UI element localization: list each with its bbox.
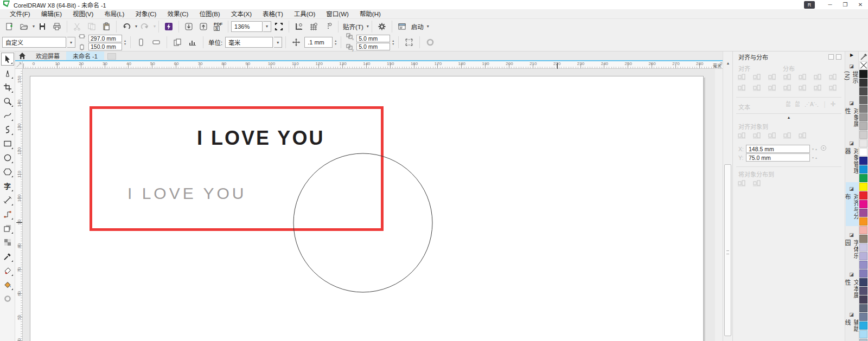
color-swatch[interactable] bbox=[859, 287, 867, 295]
show-grid-button[interactable] bbox=[307, 20, 321, 33]
distribute-to-1-icon[interactable] bbox=[736, 178, 747, 188]
color-swatch[interactable] bbox=[859, 339, 867, 341]
launch-caret[interactable]: ▾ bbox=[427, 24, 429, 29]
rectangle-tool[interactable] bbox=[1, 137, 14, 150]
distribute-4-icon[interactable] bbox=[827, 72, 838, 81]
menu-窗口W[interactable]: 窗口(W) bbox=[321, 9, 354, 19]
color-swatch[interactable] bbox=[859, 304, 867, 312]
undo-button[interactable] bbox=[119, 20, 133, 33]
color-swatch[interactable] bbox=[859, 243, 867, 252]
pick-tool[interactable] bbox=[1, 53, 14, 66]
circle-shape[interactable] bbox=[292, 152, 433, 293]
menu-文件F[interactable]: 文件(F) bbox=[4, 9, 36, 19]
menu-工具O[interactable]: 工具(O) bbox=[289, 9, 321, 19]
color-swatch[interactable] bbox=[859, 235, 867, 243]
menu-位图B[interactable]: 位图(B) bbox=[194, 9, 225, 19]
landscape-button[interactable] bbox=[149, 36, 163, 49]
all-pages-button[interactable] bbox=[170, 36, 184, 49]
units-caret[interactable]: ▾ bbox=[274, 37, 282, 48]
align-1-icon[interactable] bbox=[736, 72, 747, 81]
ellipse-tool[interactable] bbox=[1, 151, 14, 164]
menu-对象C[interactable]: 对象(C) bbox=[130, 9, 162, 19]
transparency-tool[interactable] bbox=[1, 236, 14, 249]
color-swatch[interactable] bbox=[859, 321, 867, 330]
connector-tool[interactable] bbox=[1, 208, 14, 221]
minimize-button[interactable]: ─ bbox=[822, 1, 838, 9]
snap-to-caret[interactable]: ▾ bbox=[367, 24, 369, 29]
home-icon[interactable] bbox=[15, 52, 29, 60]
color-eyedropper-tool[interactable] bbox=[1, 250, 14, 263]
distribute-8-icon[interactable] bbox=[827, 83, 838, 92]
shape-tool[interactable] bbox=[1, 67, 14, 80]
align-to-2-icon[interactable] bbox=[751, 131, 762, 140]
export-button[interactable] bbox=[196, 20, 210, 33]
publish-pdf-button[interactable]: PDF发 bbox=[211, 20, 225, 33]
menu-表格T[interactable]: 表格(T) bbox=[257, 9, 289, 19]
open-button[interactable] bbox=[17, 20, 31, 33]
menu-布局L[interactable]: 布局(L) bbox=[99, 9, 130, 19]
distribute-3-icon[interactable] bbox=[812, 72, 823, 81]
color-swatch[interactable] bbox=[859, 113, 867, 121]
color-swatch[interactable] bbox=[859, 183, 867, 191]
dimension-tool[interactable] bbox=[1, 194, 14, 207]
print-button[interactable] bbox=[50, 20, 64, 33]
launch-icon[interactable] bbox=[395, 20, 409, 33]
docker-tab-对象属性[interactable]: ◪对象属性 bbox=[846, 96, 858, 134]
treat-as-filled-button[interactable] bbox=[402, 36, 416, 49]
page-preset-caret[interactable]: ▾ bbox=[67, 37, 75, 48]
y-coordinate-field[interactable]: 75.0 mm bbox=[746, 153, 810, 162]
drop-shadow-tool[interactable] bbox=[1, 222, 14, 235]
smart-fill-tool[interactable] bbox=[1, 278, 14, 291]
color-swatch[interactable] bbox=[859, 87, 867, 95]
align-3-icon[interactable] bbox=[767, 72, 777, 81]
docker-tab-对齐与分布[interactable]: ◪对齐与分布 bbox=[846, 182, 858, 226]
snap-to-menu[interactable]: 贴齐(T) bbox=[341, 22, 365, 31]
artistic-text-black[interactable]: I LOVE YOU bbox=[197, 127, 324, 150]
docker-tab-字体乐园[interactable]: ◪字体乐园 bbox=[846, 228, 858, 266]
color-swatch[interactable] bbox=[859, 209, 867, 217]
align-text-baseline-first-icon[interactable]: AaBb bbox=[786, 101, 790, 107]
zoom-tool[interactable] bbox=[1, 95, 14, 108]
distribute-1-icon[interactable] bbox=[782, 72, 793, 81]
color-swatch[interactable] bbox=[859, 131, 867, 139]
distribute-7-icon[interactable] bbox=[812, 83, 823, 92]
undo-dropdown[interactable]: ▾ bbox=[135, 24, 137, 29]
distribute-to-2-icon[interactable] bbox=[751, 178, 762, 188]
color-swatch[interactable] bbox=[859, 165, 867, 173]
menu-编辑E[interactable]: 编辑(E) bbox=[36, 9, 67, 19]
no-color-swatch[interactable] bbox=[859, 61, 867, 69]
redo-dropdown[interactable]: ▾ bbox=[154, 24, 156, 29]
color-swatch[interactable] bbox=[859, 278, 867, 286]
save-button[interactable] bbox=[35, 20, 49, 33]
scrollbar-thumb[interactable] bbox=[724, 164, 731, 336]
freehand-tool[interactable] bbox=[1, 109, 14, 122]
page-height-field[interactable]: 150.0 mm bbox=[88, 43, 122, 50]
paste-button[interactable] bbox=[99, 20, 113, 33]
canvas[interactable]: I LOVE YOU I LOVE YOU bbox=[23, 69, 715, 341]
current-page-button[interactable] bbox=[186, 36, 200, 49]
docker-collapse-button[interactable] bbox=[828, 54, 834, 60]
ruler-origin-button[interactable] bbox=[15, 61, 23, 69]
color-swatch[interactable] bbox=[859, 200, 867, 208]
nudge-field[interactable]: .1 mm bbox=[304, 37, 333, 48]
align-text-bounding-icon[interactable]: ⋰A⋱ bbox=[805, 101, 819, 107]
color-swatch[interactable] bbox=[859, 122, 867, 130]
units-combo[interactable]: 毫米 bbox=[225, 37, 273, 48]
docker-flyout-icon[interactable]: ▶ bbox=[850, 53, 853, 59]
distribute-5-icon[interactable] bbox=[782, 83, 793, 92]
color-swatch[interactable] bbox=[859, 226, 867, 234]
align-2-icon[interactable] bbox=[751, 72, 762, 81]
vertical-scrollbar[interactable]: ▲ bbox=[723, 52, 732, 341]
distribute-6-icon[interactable] bbox=[797, 83, 808, 92]
interactive-fill-tool[interactable] bbox=[1, 264, 14, 277]
color-swatch[interactable] bbox=[859, 261, 867, 269]
close-button[interactable]: ✕ bbox=[853, 1, 868, 9]
docker-tab-辅助线[interactable]: ◪辅助线 bbox=[846, 308, 858, 340]
page-width-field[interactable]: 297.0 mm bbox=[88, 35, 122, 42]
specify-point-icon[interactable] bbox=[819, 144, 828, 154]
align-to-4-icon[interactable] bbox=[782, 131, 793, 140]
show-rulers-button[interactable] bbox=[292, 20, 306, 33]
duplicate-x-field[interactable]: 5.0 mm bbox=[356, 35, 390, 42]
color-swatch[interactable] bbox=[859, 269, 867, 278]
open-dropdown[interactable]: ▾ bbox=[33, 24, 35, 29]
